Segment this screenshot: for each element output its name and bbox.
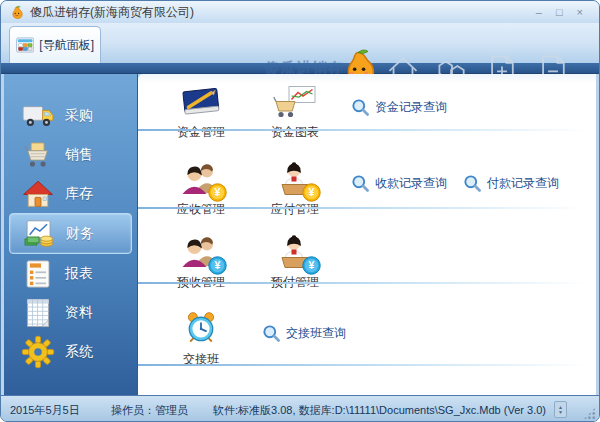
- header-strip: [导航面板] 傻瓜进销存: [1, 23, 599, 63]
- sidebar-item-label: 库存: [65, 185, 93, 203]
- close-button[interactable]: ×: [577, 5, 583, 19]
- alarm-clock-icon: [182, 332, 220, 349]
- sidebar-item-label: 采购: [65, 107, 93, 125]
- sidebar-item-reports[interactable]: 报表: [9, 254, 132, 293]
- sidebar-item-label: 系统: [65, 343, 93, 361]
- nav-tab-label: [导航面板]: [39, 37, 94, 54]
- status-date: 2015年5月5日: [10, 403, 80, 418]
- cart-chart-icon: [273, 105, 317, 122]
- finance-panel: 资金管理 资金图表 资金记录查询 应收管理: [138, 74, 596, 395]
- finance-chart-icon: [22, 217, 56, 251]
- sidebar-item-label: 财务: [66, 225, 94, 243]
- sidebar-item-label: 资料: [65, 304, 93, 322]
- sidebar-item-system[interactable]: 系统: [9, 332, 132, 371]
- funds-chart-button[interactable]: 资金图表: [250, 85, 340, 141]
- query-link-label: 资金记录查询: [375, 99, 447, 116]
- search-icon: [351, 98, 370, 117]
- people-coin-blue-icon: [179, 255, 223, 272]
- row-divider: [138, 364, 588, 366]
- cart-icon: [21, 138, 55, 172]
- search-icon: [262, 324, 281, 343]
- payables-management-button[interactable]: 应付管理: [250, 162, 340, 218]
- minimize-button[interactable]: –: [536, 5, 542, 19]
- sidebar-item-data[interactable]: 资料: [9, 293, 132, 332]
- ledger-book-icon: [179, 105, 223, 122]
- scroll-spinner-widget[interactable]: ▲▼: [554, 401, 567, 418]
- gear-icon: [21, 335, 55, 369]
- window-title: 傻瓜进销存(新海商贸有限公司): [30, 4, 194, 21]
- resize-grip[interactable]: [583, 407, 596, 420]
- truck-icon: [21, 99, 55, 133]
- search-icon: [351, 174, 370, 193]
- row-divider: [138, 207, 588, 209]
- app-pear-mascot-icon: [9, 5, 24, 20]
- spreadsheet-icon: [21, 296, 55, 330]
- payment-record-query-link[interactable]: 付款记录查询: [463, 174, 559, 193]
- status-software-db: 软件:标准版3.08, 数据库:D:\11111\Documents\SG_Jx…: [213, 403, 546, 418]
- sidebar: 采购 销售 库存 财务 报表 资料: [4, 74, 138, 395]
- sidebar-item-finance[interactable]: 财务: [9, 213, 132, 254]
- people-coin-gold-icon: [179, 182, 223, 199]
- feature-label: 应付管理: [250, 201, 340, 218]
- maximize-button[interactable]: □: [556, 5, 563, 19]
- row-divider: [138, 282, 588, 284]
- house-icon: [21, 177, 55, 211]
- shift-handover-query-link[interactable]: 交接班查询: [262, 324, 346, 343]
- shift-handover-button[interactable]: 交接班: [156, 312, 246, 368]
- title-bar[interactable]: 傻瓜进销存(新海商贸有限公司) – □ ×: [1, 1, 599, 23]
- query-link-label: 交接班查询: [286, 325, 346, 342]
- app-window: 傻瓜进销存(新海商贸有限公司) – □ × [导航面板] 傻瓜进销存 采购: [0, 0, 600, 422]
- nav-grid-icon: [16, 34, 34, 56]
- sidebar-item-inventory[interactable]: 库存: [9, 174, 132, 213]
- query-link-label: 收款记录查询: [375, 175, 447, 192]
- sidebar-item-label: 销售: [65, 146, 93, 164]
- sidebar-item-purchase[interactable]: 采购: [9, 96, 132, 135]
- query-link-label: 付款记录查询: [487, 175, 559, 192]
- window-body: 采购 销售 库存 财务 报表 资料: [1, 74, 599, 395]
- status-operator: 操作员：管理员: [111, 403, 188, 418]
- search-icon: [463, 174, 482, 193]
- report-icon: [21, 257, 55, 291]
- feature-label: 资金图表: [250, 124, 340, 141]
- person-coin-gold-icon: [273, 182, 317, 199]
- window-controls: – □ ×: [536, 5, 591, 19]
- row-divider: [138, 129, 588, 131]
- feature-label: 应收管理: [156, 201, 246, 218]
- funds-management-button[interactable]: 资金管理: [156, 85, 246, 141]
- person-coin-blue-icon: [273, 255, 317, 272]
- status-bar: 2015年5月5日 操作员：管理员 软件:标准版3.08, 数据库:D:\111…: [1, 395, 599, 422]
- feature-label: 资金管理: [156, 124, 246, 141]
- receipt-record-query-link[interactable]: 收款记录查询: [351, 174, 447, 193]
- receivables-management-button[interactable]: 应收管理: [156, 162, 246, 218]
- sidebar-item-label: 报表: [65, 265, 93, 283]
- navigation-panel-tab[interactable]: [导航面板]: [9, 26, 101, 63]
- sidebar-item-sales[interactable]: 销售: [9, 135, 132, 174]
- funds-record-query-link[interactable]: 资金记录查询: [351, 98, 447, 117]
